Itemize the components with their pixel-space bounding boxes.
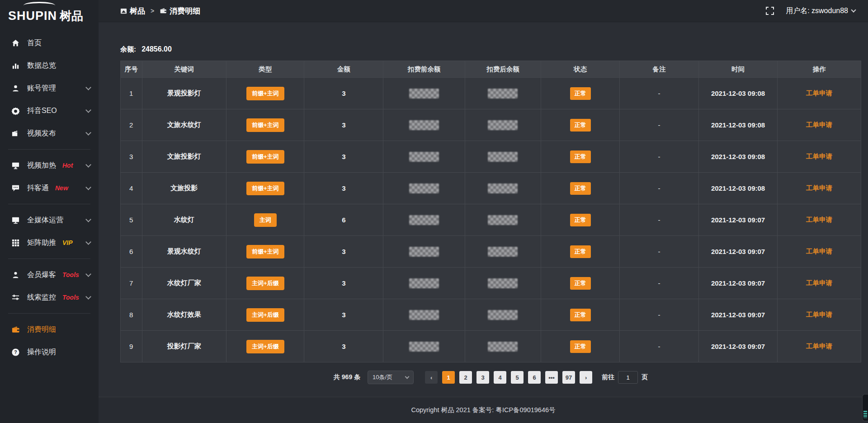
work-order-link[interactable]: 工单申请 — [806, 279, 832, 287]
cell-action: 工单申请 — [777, 331, 861, 362]
status-badge: 正常 — [570, 309, 591, 321]
sidebar-item-线索监控[interactable]: 线索监控Tools — [0, 286, 99, 309]
work-order-link[interactable]: 工单申请 — [806, 343, 832, 350]
cell-keyword: 水纹灯 — [142, 204, 226, 236]
sidebar-item-操作说明[interactable]: ?操作说明 — [0, 341, 99, 363]
page-size-select[interactable]: 10条/页 — [368, 371, 414, 384]
work-order-link[interactable]: 工单申请 — [806, 311, 832, 318]
breadcrumb-item-树品[interactable]: 树品 — [120, 6, 145, 16]
page-button-5[interactable]: 5 — [511, 371, 524, 384]
cell-status: 正常 — [541, 299, 620, 331]
fullscreen-icon[interactable] — [766, 7, 774, 15]
cell-time: 2021-12-03 09:07 — [699, 268, 778, 299]
menu-tag-Tools: Tools — [62, 294, 79, 301]
cell-type: 主词 — [226, 204, 304, 236]
breadcrumb-label: 树品 — [130, 6, 145, 16]
sidebar-item-消费明细[interactable]: 消费明细 — [0, 318, 99, 341]
menu-tag-Hot: Hot — [62, 162, 73, 169]
cell-balance-after — [465, 109, 541, 141]
next-page-button[interactable]: › — [580, 371, 592, 384]
cell-amount: 3 — [304, 331, 383, 362]
cell-balance-before — [383, 78, 465, 109]
goto-page-input[interactable] — [618, 371, 638, 384]
work-order-link[interactable]: 工单申请 — [806, 89, 832, 97]
cell-status: 正常 — [541, 141, 620, 173]
chevron-down-icon — [85, 216, 91, 222]
masked-balance-before — [409, 342, 439, 352]
sidebar-item-抖客通[interactable]: 抖客通New — [0, 177, 99, 199]
prev-page-button[interactable]: ‹ — [425, 371, 438, 384]
user-menu[interactable]: 用户名: zswodun88 — [786, 6, 855, 16]
page-ellipsis-button[interactable]: ••• — [545, 371, 558, 384]
page-button-1[interactable]: 1 — [442, 371, 455, 384]
work-order-link[interactable]: 工单申请 — [806, 121, 832, 128]
cell-remark: - — [619, 268, 698, 299]
cell-keyword: 文旅投影灯 — [142, 141, 226, 173]
table-body: 1景观投影灯前缀+主词3正常-2021-12-03 09:08工单申请2文旅水纹… — [121, 78, 861, 362]
sidebar-item-label: 会员爆客 — [27, 270, 56, 280]
work-order-link[interactable]: 工单申请 — [806, 153, 832, 160]
grid-icon — [11, 238, 20, 247]
balance-label: 余额: — [120, 45, 136, 53]
page-button-6[interactable]: 6 — [528, 371, 541, 384]
sidebar-item-视频加热[interactable]: 视频加热Hot — [0, 154, 99, 177]
sidebar-item-label: 矩阵助推 — [27, 238, 56, 248]
corner-floating-widget[interactable] — [862, 394, 868, 421]
cell-seq: 1 — [121, 78, 142, 109]
cell-remark: - — [619, 331, 698, 362]
sidebar-item-抖音SEO[interactable]: 抖音SEO — [0, 99, 99, 122]
sidebar-item-账号管理[interactable]: 账号管理 — [0, 77, 99, 99]
sidebar-menu: 首页数据总览账号管理抖音SEO视频发布视频加热Hot抖客通New全媒体运营矩阵助… — [0, 32, 99, 363]
status-badge: 正常 — [570, 87, 591, 100]
cell-keyword: 文旅水纹灯 — [142, 109, 226, 141]
cell-action: 工单申请 — [777, 204, 861, 236]
cell-time: 2021-12-03 09:08 — [699, 109, 778, 141]
cell-status: 正常 — [541, 173, 620, 204]
work-order-link[interactable]: 工单申请 — [806, 184, 832, 192]
sidebar-item-全媒体运营[interactable]: 全媒体运营 — [0, 209, 99, 231]
cell-amount: 6 — [304, 204, 383, 236]
page-button-2[interactable]: 2 — [459, 371, 472, 384]
chat-icon — [11, 183, 20, 193]
logo-text-en: SHUPIN — [8, 9, 57, 23]
chevron-down-icon — [85, 130, 91, 136]
breadcrumb: 树品>消费明细 — [120, 6, 200, 16]
breadcrumb-item-消费明细[interactable]: 消费明细 — [160, 6, 200, 16]
cell-balance-after — [465, 299, 541, 331]
cell-action: 工单申请 — [777, 78, 861, 109]
cell-balance-after — [465, 268, 541, 299]
table-row: 7水纹灯厂家主词+后缀3正常-2021-12-03 09:07工单申请 — [121, 268, 861, 299]
cell-balance-before — [383, 268, 465, 299]
balance-value: 24856.00 — [142, 45, 172, 53]
sidebar-item-数据总览[interactable]: 数据总览 — [0, 54, 99, 77]
cell-status: 正常 — [541, 109, 620, 141]
cell-seq: 2 — [121, 109, 142, 141]
work-order-link[interactable]: 工单申请 — [806, 248, 832, 255]
cell-balance-before — [383, 173, 465, 204]
page-button-97[interactable]: 97 — [562, 371, 575, 384]
column-header-类型: 类型 — [226, 61, 304, 78]
cell-keyword: 投影灯厂家 — [142, 331, 226, 362]
page-button-4[interactable]: 4 — [494, 371, 506, 384]
sidebar-item-会员爆客[interactable]: 会员爆客Tools — [0, 263, 99, 286]
column-header-序号: 序号 — [121, 61, 142, 78]
cell-remark: - — [619, 299, 698, 331]
column-header-金额: 金额 — [304, 61, 383, 78]
goto-label: 前往 — [602, 373, 614, 381]
sidebar-item-矩阵助推[interactable]: 矩阵助推VIP — [0, 231, 99, 254]
status-badge: 正常 — [570, 340, 591, 353]
masked-balance-after — [488, 89, 518, 99]
cell-amount: 3 — [304, 141, 383, 173]
page-button-3[interactable]: 3 — [476, 371, 489, 384]
member-icon — [11, 270, 20, 279]
table-row: 2文旅水纹灯前缀+主词3正常-2021-12-03 09:08工单申请 — [121, 109, 861, 141]
masked-balance-after — [488, 310, 518, 320]
type-badge: 前缀+主词 — [246, 245, 284, 258]
column-header-关键词: 关键词 — [142, 61, 226, 78]
cell-balance-before — [383, 109, 465, 141]
table-row: 1景观投影灯前缀+主词3正常-2021-12-03 09:08工单申请 — [121, 78, 861, 109]
sidebar-item-视频发布[interactable]: 视频发布 — [0, 122, 99, 145]
sidebar-item-首页[interactable]: 首页 — [0, 32, 99, 54]
work-order-link[interactable]: 工单申请 — [806, 216, 832, 223]
cell-seq: 7 — [121, 268, 142, 299]
